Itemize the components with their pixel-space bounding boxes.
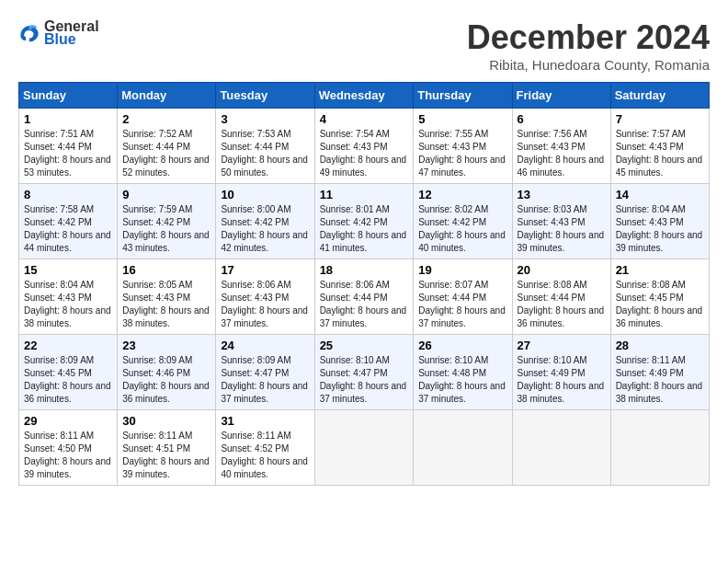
month-title: December 2024 <box>467 18 710 57</box>
table-row: 25 Sunrise: 8:10 AMSunset: 4:47 PMDaylig… <box>314 335 414 410</box>
table-row <box>414 410 512 486</box>
day-info: Sunrise: 8:07 AMSunset: 4:44 PMDaylight:… <box>418 280 506 328</box>
day-number: 15 <box>24 263 112 277</box>
day-number: 30 <box>122 414 210 428</box>
logo: General Blue <box>18 18 99 48</box>
day-number: 10 <box>221 188 309 201</box>
col-thursday: Thursday <box>414 83 512 109</box>
day-number: 9 <box>122 188 210 201</box>
day-number: 27 <box>518 339 606 352</box>
day-number: 28 <box>616 339 704 352</box>
day-info: Sunrise: 8:10 AMSunset: 4:48 PMDaylight:… <box>418 355 506 404</box>
table-row: 2 Sunrise: 7:52 AMSunset: 4:44 PMDayligh… <box>118 109 216 184</box>
calendar-header-row: Sunday Monday Tuesday Wednesday Thursday… <box>19 83 710 109</box>
day-info: Sunrise: 8:09 AMSunset: 4:45 PMDaylight:… <box>24 355 111 404</box>
table-row: 24 Sunrise: 8:09 AMSunset: 4:47 PMDaylig… <box>216 335 314 410</box>
table-row: 29 Sunrise: 8:11 AMSunset: 4:50 PMDaylig… <box>19 410 118 486</box>
title-block: December 2024 Ribita, Hunedoara County, … <box>467 18 710 73</box>
col-saturday: Saturday <box>610 83 709 109</box>
day-info: Sunrise: 8:11 AMSunset: 4:49 PMDaylight:… <box>616 355 703 404</box>
day-info: Sunrise: 8:03 AMSunset: 4:43 PMDaylight:… <box>518 204 605 253</box>
day-number: 17 <box>221 263 309 277</box>
col-tuesday: Tuesday <box>216 83 314 109</box>
calendar-week-row: 22 Sunrise: 8:09 AMSunset: 4:45 PMDaylig… <box>19 335 710 410</box>
day-number: 6 <box>518 112 606 126</box>
table-row: 23 Sunrise: 8:09 AMSunset: 4:46 PMDaylig… <box>118 335 216 410</box>
day-info: Sunrise: 8:05 AMSunset: 4:43 PMDaylight:… <box>122 280 210 328</box>
day-info: Sunrise: 7:56 AMSunset: 4:43 PMDaylight:… <box>518 129 605 178</box>
day-number: 5 <box>418 112 506 126</box>
day-info: Sunrise: 8:11 AMSunset: 4:52 PMDaylight:… <box>221 431 308 479</box>
day-info: Sunrise: 7:51 AMSunset: 4:44 PMDaylight:… <box>24 129 111 178</box>
day-info: Sunrise: 7:53 AMSunset: 4:44 PMDaylight:… <box>221 129 308 178</box>
table-row: 10 Sunrise: 8:00 AMSunset: 4:42 PMDaylig… <box>216 184 314 259</box>
table-row: 12 Sunrise: 8:02 AMSunset: 4:42 PMDaylig… <box>414 184 512 259</box>
table-row <box>610 410 709 486</box>
day-info: Sunrise: 8:04 AMSunset: 4:43 PMDaylight:… <box>616 204 703 253</box>
table-row: 15 Sunrise: 8:04 AMSunset: 4:43 PMDaylig… <box>19 259 118 335</box>
col-monday: Monday <box>118 83 216 109</box>
table-row: 4 Sunrise: 7:54 AMSunset: 4:43 PMDayligh… <box>314 109 414 184</box>
day-info: Sunrise: 7:58 AMSunset: 4:42 PMDaylight:… <box>24 204 111 253</box>
table-row: 13 Sunrise: 8:03 AMSunset: 4:43 PMDaylig… <box>512 184 610 259</box>
logo-bird-icon <box>18 22 40 44</box>
day-info: Sunrise: 7:59 AMSunset: 4:42 PMDaylight:… <box>122 204 210 253</box>
table-row: 20 Sunrise: 8:08 AMSunset: 4:44 PMDaylig… <box>512 259 610 335</box>
day-info: Sunrise: 8:11 AMSunset: 4:51 PMDaylight:… <box>122 431 210 479</box>
col-friday: Friday <box>512 83 610 109</box>
day-number: 12 <box>418 188 506 201</box>
day-info: Sunrise: 8:04 AMSunset: 4:43 PMDaylight:… <box>24 280 111 328</box>
day-info: Sunrise: 7:52 AMSunset: 4:44 PMDaylight:… <box>122 129 210 178</box>
table-row: 27 Sunrise: 8:10 AMSunset: 4:49 PMDaylig… <box>512 335 610 410</box>
table-row <box>512 410 610 486</box>
day-info: Sunrise: 8:11 AMSunset: 4:50 PMDaylight:… <box>24 431 111 479</box>
day-info: Sunrise: 7:55 AMSunset: 4:43 PMDaylight:… <box>418 129 506 178</box>
table-row: 31 Sunrise: 8:11 AMSunset: 4:52 PMDaylig… <box>216 410 314 486</box>
day-number: 7 <box>616 112 704 126</box>
table-row: 22 Sunrise: 8:09 AMSunset: 4:45 PMDaylig… <box>19 335 118 410</box>
day-number: 22 <box>24 339 112 352</box>
day-info: Sunrise: 8:01 AMSunset: 4:42 PMDaylight:… <box>320 204 407 253</box>
day-info: Sunrise: 8:08 AMSunset: 4:45 PMDaylight:… <box>616 280 703 328</box>
day-number: 18 <box>320 263 409 277</box>
table-row: 8 Sunrise: 7:58 AMSunset: 4:42 PMDayligh… <box>19 184 118 259</box>
calendar-table: Sunday Monday Tuesday Wednesday Thursday… <box>18 82 710 486</box>
table-row: 21 Sunrise: 8:08 AMSunset: 4:45 PMDaylig… <box>610 259 709 335</box>
day-number: 24 <box>221 339 309 352</box>
calendar-week-row: 15 Sunrise: 8:04 AMSunset: 4:43 PMDaylig… <box>19 259 710 335</box>
col-sunday: Sunday <box>19 83 118 109</box>
table-row: 26 Sunrise: 8:10 AMSunset: 4:48 PMDaylig… <box>414 335 512 410</box>
day-number: 23 <box>122 339 210 352</box>
table-row: 14 Sunrise: 8:04 AMSunset: 4:43 PMDaylig… <box>610 184 709 259</box>
day-number: 19 <box>418 263 506 277</box>
day-info: Sunrise: 8:02 AMSunset: 4:42 PMDaylight:… <box>418 204 506 253</box>
day-info: Sunrise: 8:06 AMSunset: 4:43 PMDaylight:… <box>221 280 308 328</box>
table-row: 1 Sunrise: 7:51 AMSunset: 4:44 PMDayligh… <box>19 109 118 184</box>
table-row: 7 Sunrise: 7:57 AMSunset: 4:43 PMDayligh… <box>610 109 709 184</box>
logo-text: General Blue <box>44 18 99 48</box>
location: Ribita, Hunedoara County, Romania <box>467 57 710 73</box>
day-number: 25 <box>320 339 409 352</box>
day-info: Sunrise: 7:57 AMSunset: 4:43 PMDaylight:… <box>616 129 703 178</box>
day-info: Sunrise: 8:06 AMSunset: 4:44 PMDaylight:… <box>320 280 407 328</box>
table-row: 3 Sunrise: 7:53 AMSunset: 4:44 PMDayligh… <box>216 109 314 184</box>
table-row: 17 Sunrise: 8:06 AMSunset: 4:43 PMDaylig… <box>216 259 314 335</box>
day-number: 11 <box>320 188 409 201</box>
page-header: General Blue December 2024 Ribita, Huned… <box>18 18 710 73</box>
day-number: 4 <box>320 112 409 126</box>
day-info: Sunrise: 8:10 AMSunset: 4:49 PMDaylight:… <box>518 355 605 404</box>
calendar-week-row: 8 Sunrise: 7:58 AMSunset: 4:42 PMDayligh… <box>19 184 710 259</box>
day-number: 26 <box>418 339 506 352</box>
day-number: 3 <box>221 112 309 126</box>
day-number: 8 <box>24 188 112 201</box>
day-info: Sunrise: 8:00 AMSunset: 4:42 PMDaylight:… <box>221 204 308 253</box>
day-number: 16 <box>122 263 210 277</box>
table-row <box>314 410 414 486</box>
col-wednesday: Wednesday <box>314 83 414 109</box>
day-info: Sunrise: 7:54 AMSunset: 4:43 PMDaylight:… <box>320 129 407 178</box>
day-info: Sunrise: 8:09 AMSunset: 4:47 PMDaylight:… <box>221 355 308 404</box>
calendar-week-row: 1 Sunrise: 7:51 AMSunset: 4:44 PMDayligh… <box>19 109 710 184</box>
table-row: 18 Sunrise: 8:06 AMSunset: 4:44 PMDaylig… <box>314 259 414 335</box>
table-row: 11 Sunrise: 8:01 AMSunset: 4:42 PMDaylig… <box>314 184 414 259</box>
day-number: 31 <box>221 414 309 428</box>
